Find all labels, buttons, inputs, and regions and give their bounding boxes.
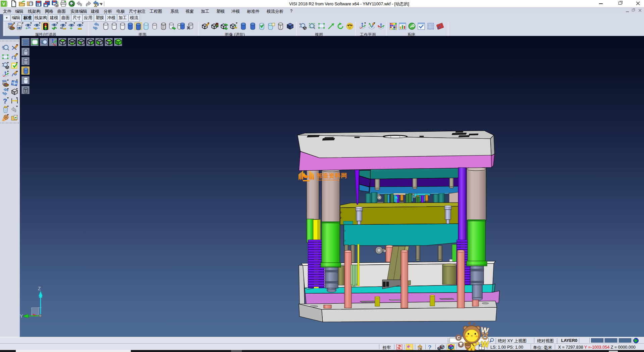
svg-text:智造资料网: 智造资料网 <box>316 172 347 179</box>
svg-text:+/: +/ <box>60 26 63 30</box>
svg-text:Y: Y <box>20 313 23 319</box>
svg-text:+: + <box>70 26 72 30</box>
svg-text:V: V <box>2 1 5 6</box>
svg-text:INTELLIGENT MANUFACTURING DATA: INTELLIGENT MANUFACTURING DATA <box>317 179 339 181</box>
svg-text:C: C <box>457 335 460 340</box>
svg-text:W: W <box>481 340 489 349</box>
svg-text:+: + <box>25 26 28 30</box>
svg-text:Z: Z <box>38 286 41 291</box>
svg-text:?: ? <box>3 97 7 104</box>
svg-text:?: ? <box>428 344 431 350</box>
svg-text:+: + <box>234 24 236 27</box>
